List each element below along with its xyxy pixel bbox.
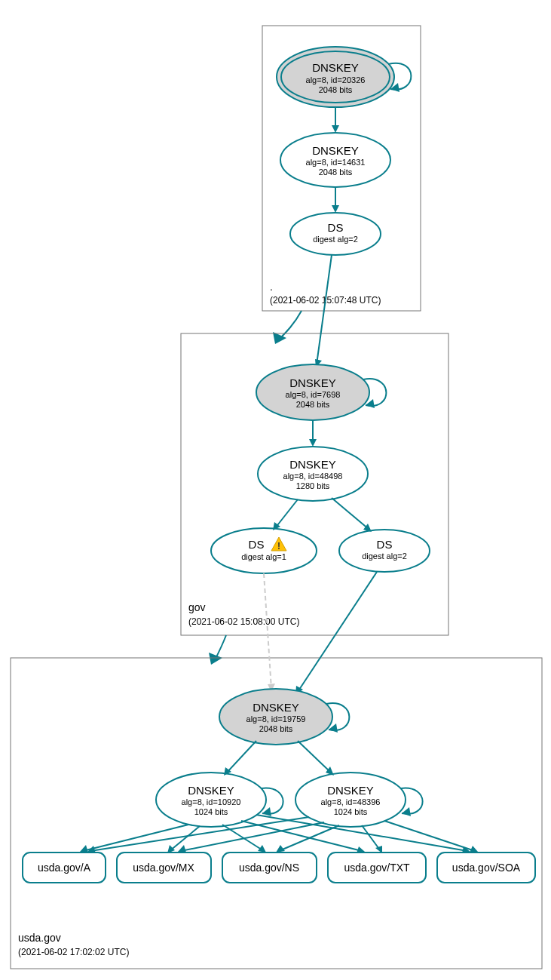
record-usda-soa[interactable]: usda.gov/SOA <box>437 853 535 883</box>
svg-text:DS: DS <box>377 538 393 551</box>
svg-text:digest alg=2: digest alg=2 <box>313 235 358 244</box>
delegation-arrow-root-gov <box>279 311 302 339</box>
svg-marker-66 <box>80 845 88 853</box>
svg-text:usda.gov/A: usda.gov/A <box>38 862 91 874</box>
zone-usda-time: (2021-06-02 17:02:02 UTC) <box>18 947 129 957</box>
svg-text:alg=8, id=48396: alg=8, id=48396 <box>321 797 381 806</box>
svg-text:usda.gov/TXT: usda.gov/TXT <box>344 862 410 874</box>
edge-gov-zsk-ds1 <box>275 499 298 528</box>
svg-text:alg=8, id=14631: alg=8, id=14631 <box>306 158 366 167</box>
node-usda-ksk[interactable]: DNSKEY alg=8, id=19759 2048 bits <box>219 689 332 745</box>
svg-text:digest alg=1: digest alg=1 <box>241 552 286 561</box>
svg-text:usda.gov/SOA: usda.gov/SOA <box>452 862 521 874</box>
svg-text:DS: DS <box>328 221 344 234</box>
edge-usda-ksk-zsk1 <box>226 741 256 773</box>
svg-text:1024 bits: 1024 bits <box>194 807 228 816</box>
svg-text:DNSKEY: DNSKEY <box>312 144 359 157</box>
svg-text:DNSKEY: DNSKEY <box>327 784 374 797</box>
edge-root-ds-gov-ksk <box>317 255 332 364</box>
zone-gov-time: (2021-06-02 15:08:00 UTC) <box>188 616 299 627</box>
svg-text:DS: DS <box>249 538 265 551</box>
edge-gov-ds1-usda-ksk <box>264 573 271 689</box>
svg-text:alg=8, id=20326: alg=8, id=20326 <box>306 75 366 84</box>
svg-marker-72 <box>178 845 186 853</box>
svg-text:digest alg=2: digest alg=2 <box>362 551 407 561</box>
svg-point-11 <box>290 213 381 255</box>
edge-gov-ds2-usda-ksk <box>298 572 377 692</box>
zone-gov-label: gov <box>188 601 206 613</box>
edge-usda-ksk-zsk2 <box>298 741 332 773</box>
node-gov-zsk[interactable]: DNSKEY alg=8, id=48498 1280 bits <box>258 447 368 501</box>
svg-text:2048 bits: 2048 bits <box>319 167 353 177</box>
svg-text:!: ! <box>277 541 280 551</box>
node-root-zsk[interactable]: DNSKEY alg=8, id=14631 2048 bits <box>280 133 390 187</box>
node-gov-ds2[interactable]: DS digest alg=2 <box>339 530 430 572</box>
svg-text:DNSKEY: DNSKEY <box>312 61 359 74</box>
node-gov-ksk[interactable]: DNSKEY alg=8, id=7698 2048 bits <box>256 364 369 420</box>
svg-text:DNSKEY: DNSKEY <box>289 376 336 389</box>
svg-text:usda.gov/NS: usda.gov/NS <box>239 862 299 874</box>
edge-gov-zsk-ds2 <box>332 498 369 530</box>
zone-usda-label: usda.gov <box>18 932 61 944</box>
svg-text:alg=8, id=7698: alg=8, id=7698 <box>286 390 341 399</box>
svg-marker-36 <box>209 653 222 665</box>
svg-text:usda.gov/MX: usda.gov/MX <box>133 862 194 874</box>
node-root-ds[interactable]: DS digest alg=2 <box>290 213 381 255</box>
record-usda-mx[interactable]: usda.gov/MX <box>117 853 211 883</box>
svg-text:alg=8, id=19759: alg=8, id=19759 <box>246 714 306 723</box>
svg-text:DNSKEY: DNSKEY <box>253 701 299 714</box>
svg-text:1024 bits: 1024 bits <box>334 807 368 816</box>
svg-point-32 <box>339 530 430 572</box>
svg-text:2048 bits: 2048 bits <box>296 400 330 409</box>
svg-text:alg=8, id=48498: alg=8, id=48498 <box>283 472 343 481</box>
record-usda-txt[interactable]: usda.gov/TXT <box>328 853 426 883</box>
svg-text:2048 bits: 2048 bits <box>319 85 353 94</box>
node-gov-ds1[interactable]: DS digest alg=1 ! <box>211 528 317 573</box>
zone-root-label: . <box>270 281 273 293</box>
record-usda-a[interactable]: usda.gov/A <box>23 853 106 883</box>
dnssec-graph: . (2021-06-02 15:07:48 UTC) DNSKEY alg=8… <box>0 0 551 980</box>
record-usda-ns[interactable]: usda.gov/NS <box>222 853 317 883</box>
svg-marker-14 <box>332 205 339 213</box>
svg-text:alg=8, id=10920: alg=8, id=10920 <box>182 797 241 806</box>
svg-text:1280 bits: 1280 bits <box>296 481 330 490</box>
svg-marker-10 <box>332 125 339 133</box>
svg-point-27 <box>211 528 317 573</box>
svg-text:DNSKEY: DNSKEY <box>188 784 234 797</box>
svg-text:DNSKEY: DNSKEY <box>289 458 336 471</box>
svg-text:2048 bits: 2048 bits <box>259 724 293 733</box>
svg-marker-26 <box>309 439 317 447</box>
node-root-ksk[interactable]: DNSKEY alg=8, id=20326 2048 bits <box>277 47 394 107</box>
node-usda-zsk2[interactable]: DNSKEY alg=8, id=48396 1024 bits <box>295 773 406 827</box>
node-usda-zsk1[interactable]: DNSKEY alg=8, id=10920 1024 bits <box>156 773 266 827</box>
